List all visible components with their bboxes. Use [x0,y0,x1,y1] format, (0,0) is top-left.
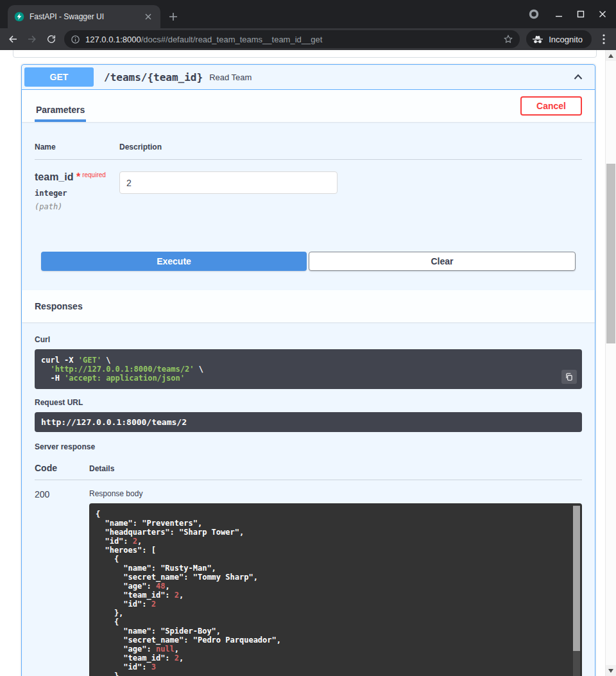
titlebar-badge-icon [529,9,539,19]
col-code-header: Code [35,463,89,473]
response-table-header: Code Details [35,463,582,480]
response-row: 200 Response body { "name": "Preventers"… [35,480,582,676]
parameters-table: Name Description team_id *required integ… [22,122,595,211]
window-controls [529,0,613,28]
reload-button[interactable] [42,30,60,48]
method-badge: GET [24,67,94,87]
minimize-button[interactable] [548,0,570,28]
scrollbar-up-arrow-icon[interactable] [606,50,616,61]
previous-block-edge [13,50,597,58]
clear-button[interactable]: Clear [309,252,576,271]
responses-header: Responses [22,290,595,322]
url-text[interactable]: 127.0.0.1:8000/docs#/default/read_team_t… [85,35,498,44]
responses-title: Responses [35,301,83,311]
curl-command: curl -X 'GET' \ 'http://127.0.0.1:8000/t… [41,356,576,383]
tab-close-icon[interactable] [142,11,154,22]
curl-code-block: curl -X 'GET' \ 'http://127.0.0.1:8000/t… [35,349,582,389]
opblock-get-read-team: GET /teams/{team_id} Read Team Parameter… [21,64,595,676]
response-body-block: { "name": "Preventers", "headquarters": … [89,503,582,676]
request-url-block: http://127.0.0.1:8000/teams/2 [35,412,582,432]
tab-title: FastAPI - Swagger UI [30,12,137,21]
parameter-row: team_id *required integer (path) [35,160,582,211]
endpoint-summary: Read Team [209,73,252,82]
browser-chrome: FastAPI - Swagger UI [0,0,616,50]
col-description-header: Description [119,143,582,152]
new-tab-button[interactable] [164,8,182,26]
parameter-location: (path) [35,202,119,211]
execute-row: Execute Clear [41,252,576,290]
fastapi-favicon-icon [14,12,24,22]
tab-parameters[interactable]: Parameters [35,95,86,122]
browser-tab[interactable]: FastAPI - Swagger UI [8,5,160,28]
cancel-button[interactable]: Cancel [520,96,582,116]
team-id-input[interactable] [119,171,338,194]
response-body-scrollbar[interactable] [573,505,580,676]
opblock-summary[interactable]: GET /teams/{team_id} Read Team [22,65,595,90]
parameter-meta: team_id *required integer (path) [35,171,119,211]
responses-section: Curl curl -X 'GET' \ 'http://127.0.0.1:8… [22,322,595,676]
scrollbar-down-arrow-icon[interactable] [606,665,616,676]
execute-button[interactable]: Execute [41,252,307,271]
response-details-cell: Response body { "name": "Preventers", "h… [89,489,582,676]
copy-icon[interactable] [561,370,577,384]
required-star: * [76,171,80,182]
window-close-button[interactable] [592,0,613,28]
url-path: /docs#/default/read_team_teams__team_id_… [141,35,323,44]
back-button[interactable] [4,30,22,48]
parameter-type: integer [35,189,119,198]
page-scrollbar[interactable] [605,50,616,676]
incognito-badge: Incognito [526,30,592,48]
response-body-label: Response body [89,489,582,498]
parameters-table-header: Name Description [35,136,582,160]
required-label: required [82,171,106,178]
browser-titlebar: FastAPI - Swagger UI [0,0,616,28]
request-url-label: Request URL [35,398,582,407]
maximize-button[interactable] [570,0,592,28]
response-body-scrollbar-thumb[interactable] [573,506,580,651]
url-bar[interactable]: 127.0.0.1:8000/docs#/default/read_team_t… [64,30,520,48]
parameter-name: team_id *required [35,171,119,183]
col-details-header: Details [89,464,582,473]
site-info-icon[interactable] [71,35,80,44]
status-code: 200 [35,489,89,676]
collapse-chevron-icon[interactable] [564,71,592,83]
url-host: 127.0.0.1:8000 [85,35,141,44]
incognito-icon [531,35,544,44]
forward-button[interactable] [23,30,41,48]
server-response-label: Server response [35,442,582,451]
parameter-input-cell [119,171,582,211]
col-name-header: Name [35,143,119,152]
page-scrollbar-thumb[interactable] [606,164,615,343]
swagger-page: GET /teams/{team_id} Read Team Parameter… [0,50,616,676]
response-body-json: { "name": "Preventers", "headquarters": … [96,510,565,676]
parameters-header: Parameters Cancel [22,90,595,122]
endpoint-path[interactable]: /teams/{team_id} [100,71,203,83]
browser-menu-button[interactable] [595,30,612,48]
browser-toolbar: 127.0.0.1:8000/docs#/default/read_team_t… [0,28,616,50]
incognito-label: Incognito [549,35,583,44]
curl-label: Curl [35,335,582,344]
bookmark-star-icon[interactable] [503,34,513,44]
